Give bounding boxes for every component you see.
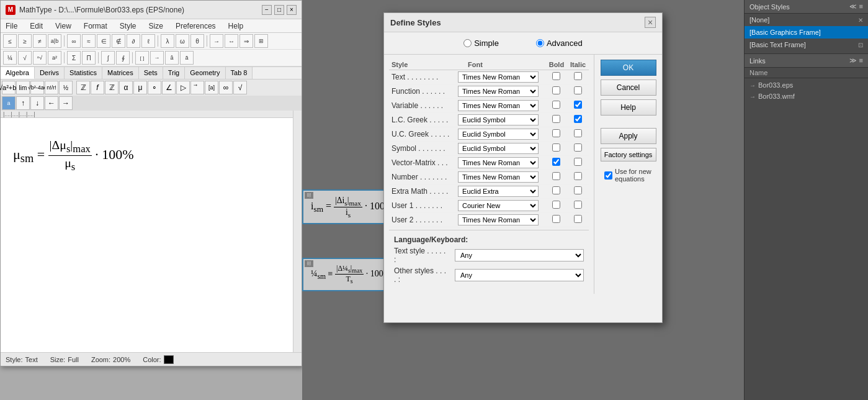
style-row-font-4[interactable]: Times New RomanEuclid SymbolEuclid Extra…: [455, 127, 546, 142]
ok-button[interactable]: OK: [601, 60, 656, 76]
font-select-8[interactable]: Times New RomanEuclid SymbolEuclid Extra…: [458, 186, 539, 197]
font-select-1[interactable]: Times New RomanEuclid SymbolEuclid Extra…: [458, 86, 539, 97]
style-row-bold-4[interactable]: [546, 127, 567, 142]
sym-vec[interactable]: ⃗: [190, 81, 204, 94]
menu-style[interactable]: Style: [117, 20, 139, 32]
bold-checkbox-7[interactable]: [552, 172, 560, 180]
template-frac[interactable]: ¼: [3, 51, 17, 65]
symbol-omega[interactable]: ω: [176, 34, 189, 48]
tab-derivs[interactable]: Derivs: [35, 67, 65, 79]
template-bar[interactable]: ā: [180, 51, 194, 65]
italic-checkbox-5[interactable]: [574, 143, 582, 152]
style-row-font-2[interactable]: Times New RomanEuclid SymbolEuclid Extra…: [455, 99, 546, 113]
font-select-2[interactable]: Times New RomanEuclid SymbolEuclid Extra…: [458, 100, 539, 111]
sym-cursor-a[interactable]: a: [2, 96, 16, 110]
bold-checkbox-8[interactable]: [552, 186, 560, 194]
cancel-button[interactable]: Cancel: [601, 80, 656, 96]
style-row-font-3[interactable]: Times New RomanEuclid SymbolEuclid Extra…: [455, 113, 546, 127]
sym-angle[interactable]: ∠: [162, 81, 176, 94]
style-row-italic-7[interactable]: [567, 170, 589, 184]
symbol-neq[interactable]: ≠: [33, 34, 47, 48]
menu-edit[interactable]: Edit: [27, 20, 45, 32]
italic-checkbox-6[interactable]: [574, 158, 582, 166]
bold-checkbox-5[interactable]: [552, 143, 560, 152]
sym-sqrt-expr[interactable]: √b²-4ac: [30, 81, 44, 94]
font-select-0[interactable]: Times New RomanEuclid SymbolEuclid Extra…: [458, 71, 539, 83]
style-row-bold-1[interactable]: [546, 84, 567, 99]
style-row-bold-6[interactable]: [546, 156, 567, 170]
tab-sets[interactable]: Sets: [139, 67, 163, 79]
sym-alpha[interactable]: α: [119, 81, 133, 94]
style-row-italic-9[interactable]: [567, 199, 589, 213]
apply-button[interactable]: Apply: [601, 128, 656, 144]
style-row-italic-2[interactable]: [567, 99, 589, 113]
panel-collapse-btn[interactable]: ≪: [849, 2, 857, 11]
sym-infty2[interactable]: ∞: [219, 81, 233, 94]
symbol-arrow-lr[interactable]: ↔: [225, 34, 238, 48]
menu-format[interactable]: Format: [81, 20, 110, 32]
template-prod[interactable]: Π: [82, 51, 96, 65]
tab-statistics[interactable]: Statistics: [65, 67, 102, 79]
panel-menu-btn[interactable]: ≡: [859, 2, 863, 11]
tab-trig[interactable]: Trig: [163, 67, 186, 79]
symbol-geq[interactable]: ≥: [18, 34, 32, 48]
factory-settings-button[interactable]: Factory settings: [601, 148, 656, 161]
template-int[interactable]: ∫: [101, 51, 115, 65]
style-row-bold-9[interactable]: [546, 199, 567, 213]
maximize-button[interactable]: □: [274, 5, 284, 15]
italic-checkbox-10[interactable]: [574, 215, 582, 223]
bold-checkbox-3[interactable]: [552, 115, 560, 123]
template-subscript[interactable]: a²: [48, 51, 61, 65]
symbol-arr2[interactable]: ⇒: [239, 34, 253, 48]
minimize-button[interactable]: −: [262, 5, 272, 15]
text-style-select[interactable]: Any: [455, 249, 584, 261]
sym-mu[interactable]: μ: [133, 81, 147, 94]
bold-checkbox-10[interactable]: [552, 215, 560, 223]
symbol-grid[interactable]: ⊞: [254, 34, 268, 48]
style-row-font-8[interactable]: Times New RomanEuclid SymbolEuclid Extra…: [455, 184, 546, 199]
bold-checkbox-4[interactable]: [552, 129, 560, 137]
sym-circ[interactable]: ∘: [148, 81, 161, 94]
style-row-bold-3[interactable]: [546, 113, 567, 127]
symbol-approx[interactable]: ≈: [82, 34, 96, 48]
sym-frac-nk[interactable]: n!/r!: [45, 81, 58, 94]
sym-sqrt2[interactable]: √: [233, 81, 247, 94]
italic-checkbox-7[interactable]: [574, 172, 582, 180]
bold-checkbox-1[interactable]: [552, 86, 560, 94]
italic-checkbox-0[interactable]: [574, 72, 582, 80]
link-item-0[interactable]: → Bor033.eps: [745, 80, 868, 91]
sym-sqrt-ab[interactable]: √a²+b²: [2, 81, 16, 94]
tab-algebra[interactable]: Algebra: [1, 67, 35, 79]
style-row-bold-10[interactable]: [546, 213, 567, 227]
template-hat[interactable]: â: [165, 51, 179, 65]
links-menu-btn[interactable]: ≡: [859, 57, 863, 65]
style-row-font-0[interactable]: Times New RomanEuclid SymbolEuclid Extra…: [455, 70, 546, 84]
links-expand-btn[interactable]: ≫: [849, 57, 857, 65]
symbol-lambda[interactable]: λ: [161, 34, 174, 48]
sym-left-arr[interactable]: ←: [45, 96, 58, 110]
sym-up[interactable]: ↑: [16, 96, 30, 110]
italic-checkbox-9[interactable]: [574, 201, 582, 209]
style-row-bold-8[interactable]: [546, 184, 567, 199]
tab-geometry[interactable]: Geometry: [185, 67, 225, 79]
symbol-infty[interactable]: ∞: [67, 34, 81, 48]
equation-editor[interactable]: |....|....|....|....| μsm = |Δμs|max μs …: [1, 111, 302, 352]
tab-tab8[interactable]: Tab 8: [226, 67, 253, 79]
style-row-italic-8[interactable]: [567, 184, 589, 199]
sym-right-arr[interactable]: →: [59, 96, 73, 110]
sym-z2[interactable]: ℤ: [105, 81, 119, 94]
style-basic-graphics[interactable]: [Basic Graphics Frame]: [745, 26, 868, 39]
style-row-font-1[interactable]: Times New RomanEuclid SymbolEuclid Extra…: [455, 84, 546, 99]
style-none[interactable]: [None] ✕: [745, 14, 868, 26]
style-row-italic-3[interactable]: [567, 113, 589, 127]
bold-checkbox-6[interactable]: [552, 158, 560, 166]
bold-checkbox-0[interactable]: [552, 72, 560, 80]
template-matrix[interactable]: [ ]: [135, 51, 149, 65]
tab-matrices[interactable]: Matrices: [102, 67, 139, 79]
font-select-5[interactable]: Times New RomanEuclid SymbolEuclid Extra…: [458, 143, 539, 154]
italic-checkbox-3[interactable]: [574, 115, 582, 123]
symbol-ab[interactable]: a|b: [48, 34, 61, 48]
style-row-italic-10[interactable]: [567, 213, 589, 227]
menu-help[interactable]: Help: [226, 20, 246, 32]
sym-bracket[interactable]: [a]: [205, 81, 218, 94]
